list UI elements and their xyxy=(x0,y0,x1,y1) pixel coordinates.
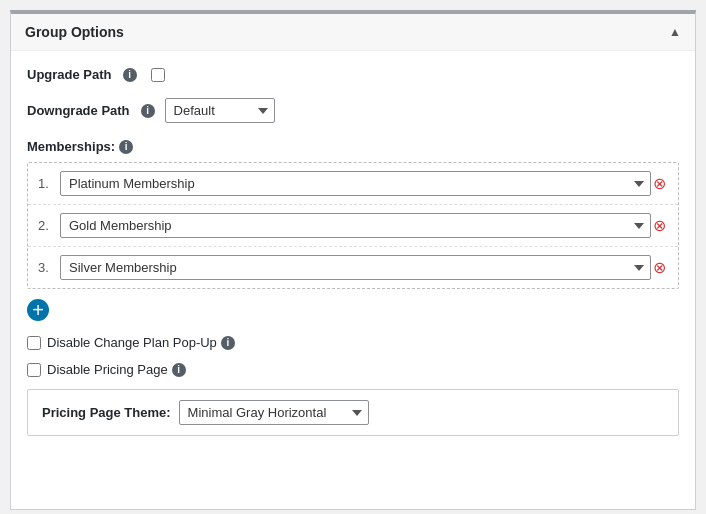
disable-change-plan-checkbox[interactable] xyxy=(27,336,41,350)
disable-change-plan-label: Disable Change Plan Pop-Up xyxy=(47,335,217,350)
disable-pricing-info-icon[interactable]: i xyxy=(172,363,186,377)
panel-body: Upgrade Path i Downgrade Path i Default … xyxy=(11,51,695,452)
memberships-container: 1. Platinum Membership Gold Membership S… xyxy=(27,162,679,289)
disable-change-plan-row: Disable Change Plan Pop-Up i xyxy=(27,335,679,350)
upgrade-path-row: Upgrade Path i xyxy=(27,67,679,82)
pricing-theme-select[interactable]: Minimal Gray Horizontal Default Blue Mod… xyxy=(179,400,369,425)
disable-change-plan-info-icon[interactable]: i xyxy=(221,336,235,350)
upgrade-path-checkbox[interactable] xyxy=(151,68,165,82)
memberships-info-icon[interactable]: i xyxy=(119,140,133,154)
remove-membership-1-button[interactable]: ⊗ xyxy=(651,176,668,192)
downgrade-path-label: Downgrade Path xyxy=(27,103,130,118)
downgrade-path-info-icon[interactable]: i xyxy=(141,104,155,118)
toggle-icon[interactable]: ▲ xyxy=(669,25,681,39)
membership-select-1[interactable]: Platinum Membership Gold Membership Silv… xyxy=(60,171,651,196)
remove-membership-3-button[interactable]: ⊗ xyxy=(651,260,668,276)
remove-membership-2-button[interactable]: ⊗ xyxy=(651,218,668,234)
disable-pricing-checkbox[interactable] xyxy=(27,363,41,377)
add-membership-button[interactable]: + xyxy=(27,299,49,321)
table-row: 3. Platinum Membership Gold Membership S… xyxy=(28,247,678,288)
panel-header: Group Options ▲ xyxy=(11,14,695,51)
membership-select-3[interactable]: Platinum Membership Gold Membership Silv… xyxy=(60,255,651,280)
disable-pricing-row: Disable Pricing Page i xyxy=(27,362,679,377)
upgrade-path-info-icon[interactable]: i xyxy=(123,68,137,82)
pricing-theme-label: Pricing Page Theme: xyxy=(42,405,171,420)
membership-num-2: 2. xyxy=(38,218,54,233)
table-row: 1. Platinum Membership Gold Membership S… xyxy=(28,163,678,205)
memberships-label: Memberships: i xyxy=(27,139,679,154)
disable-pricing-label: Disable Pricing Page xyxy=(47,362,168,377)
panel-title: Group Options xyxy=(25,24,124,40)
upgrade-path-label: Upgrade Path xyxy=(27,67,112,82)
membership-num-1: 1. xyxy=(38,176,54,191)
downgrade-path-select[interactable]: Default Custom None xyxy=(165,98,275,123)
table-row: 2. Platinum Membership Gold Membership S… xyxy=(28,205,678,247)
group-options-panel: Group Options ▲ Upgrade Path i Downgrade… xyxy=(10,10,696,510)
downgrade-path-row: Downgrade Path i Default Custom None xyxy=(27,98,679,123)
pricing-theme-box: Pricing Page Theme: Minimal Gray Horizon… xyxy=(27,389,679,436)
membership-select-2[interactable]: Platinum Membership Gold Membership Silv… xyxy=(60,213,651,238)
membership-num-3: 3. xyxy=(38,260,54,275)
